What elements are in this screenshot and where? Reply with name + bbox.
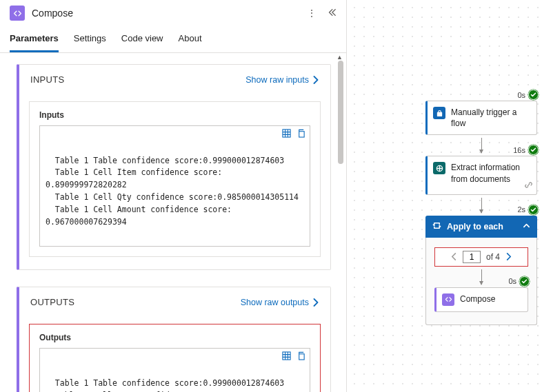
tab-about[interactable]: About: [179, 29, 202, 52]
iteration-pager: of 4: [434, 247, 528, 267]
toggle-view-icon[interactable]: [282, 351, 291, 364]
details-panel: Compose ⋮ Parameters Settings Code view …: [0, 0, 347, 392]
node-label: Compose: [460, 293, 495, 305]
pager-current-input[interactable]: [463, 251, 481, 263]
node-label: Extract information from documents: [451, 162, 530, 184]
inputs-title: INPUTS: [30, 74, 64, 85]
svg-rect-3: [299, 354, 304, 360]
inputs-code-text: Table 1 Table confidence score:0.9990000…: [46, 156, 299, 227]
tab-parameters[interactable]: Parameters: [10, 29, 59, 52]
show-raw-outputs-link[interactable]: Show raw outputs: [241, 298, 319, 307]
scroll-up-icon[interactable]: ▲: [337, 54, 343, 61]
svg-rect-0: [283, 130, 290, 137]
chevron-up-icon[interactable]: [523, 222, 530, 231]
compose-icon: [442, 293, 454, 306]
node-extract[interactable]: Extract information from documents: [425, 156, 537, 194]
tab-settings[interactable]: Settings: [74, 29, 106, 52]
tabs-bar: Parameters Settings Code view About: [0, 25, 346, 53]
svg-rect-2: [283, 352, 290, 360]
success-icon: [528, 145, 539, 155]
node-timing-trigger: 0s: [517, 90, 539, 100]
trigger-icon: [433, 107, 445, 119]
apply-body: of 4 0s Compose: [425, 238, 537, 325]
outputs-label: Outputs: [39, 333, 310, 342]
inputs-card: INPUTS Show raw inputs Inputs Table 1 Ta…: [17, 64, 331, 270]
panel-header: Compose ⋮: [0, 0, 346, 25]
panel-title: Compose: [32, 8, 307, 19]
node-timing-compose: 0s: [508, 276, 530, 287]
node-label: Apply to each: [447, 222, 517, 231]
loop-icon: [432, 221, 441, 232]
inputs-label: Inputs: [39, 110, 310, 120]
node-label: Manually trigger a flow: [451, 107, 530, 129]
pager-prev[interactable]: [451, 253, 457, 260]
outputs-title: OUTPUTS: [30, 297, 74, 307]
compose-action-icon: [10, 6, 25, 21]
collapse-panel-icon[interactable]: [327, 8, 337, 19]
success-icon: [519, 276, 530, 287]
node-apply-to-each[interactable]: Apply to each: [425, 216, 537, 238]
pager-next[interactable]: [505, 253, 512, 260]
tab-code-view[interactable]: Code view: [121, 29, 163, 52]
copy-icon[interactable]: [297, 129, 305, 142]
outputs-section: Outputs Table 1 Table confidence score:0…: [29, 324, 321, 392]
copy-icon[interactable]: [297, 351, 305, 364]
scrollbar-thumb[interactable]: [338, 61, 343, 164]
node-compose[interactable]: Compose: [434, 287, 528, 312]
outputs-value: Table 1 Table confidence score:0.9990000…: [39, 348, 310, 392]
svg-rect-1: [299, 132, 304, 137]
show-raw-inputs-link[interactable]: Show raw inputs: [245, 75, 319, 85]
success-icon: [528, 90, 539, 100]
node-timing-extract: 16s: [513, 145, 539, 155]
pager-total: of 4: [486, 252, 500, 262]
connection-icon: [525, 180, 532, 192]
outputs-card: OUTPUTS Show raw outputs Outputs Table 1…: [17, 287, 331, 392]
panel-content: INPUTS Show raw inputs Inputs Table 1 Ta…: [0, 53, 346, 392]
more-icon[interactable]: ⋮: [307, 8, 317, 19]
node-timing-apply: 2s: [517, 205, 539, 215]
outputs-code-text: Table 1 Table confidence score:0.9990000…: [46, 378, 299, 392]
ai-builder-icon: [433, 162, 445, 174]
toggle-view-icon[interactable]: [282, 129, 291, 142]
inputs-section: Inputs Table 1 Table confidence score:0.…: [29, 101, 321, 257]
flow-canvas[interactable]: 0s Manually trigger a flow 16s Extra: [347, 0, 542, 392]
inputs-value: Table 1 Table confidence score:0.9990000…: [39, 125, 310, 247]
success-icon: [528, 205, 539, 215]
node-trigger[interactable]: Manually trigger a flow: [425, 101, 537, 135]
